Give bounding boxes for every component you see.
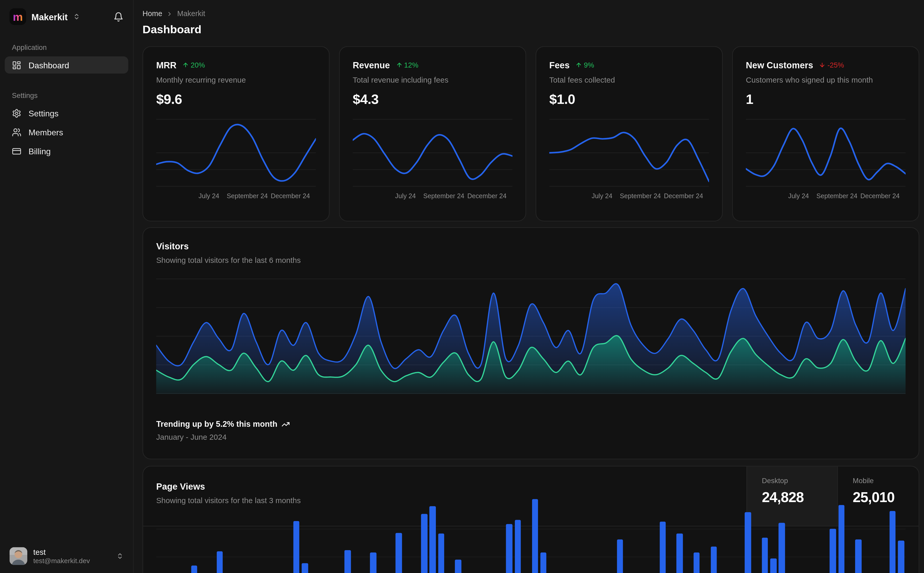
chevron-right-icon: [166, 10, 173, 17]
bar: [506, 524, 513, 573]
sidebar-item-billing[interactable]: Billing: [5, 142, 128, 160]
stat-title: New Customers: [746, 60, 813, 70]
bar: [532, 499, 538, 573]
user-meta: test test@makerkit.dev: [33, 548, 90, 565]
sidebar-header: m Makerkit: [9, 8, 124, 26]
bar: [430, 506, 436, 573]
layout-dashboard-icon: [12, 60, 22, 70]
arrow-up-icon: [396, 62, 402, 68]
toggle-mobile[interactable]: Mobile 25,010: [837, 467, 919, 526]
bar: [438, 534, 444, 573]
x-axis-labels: July 24 September 24 December 24: [746, 192, 906, 200]
x-axis-labels: July 24 September 24 December 24: [156, 192, 316, 200]
bar: [344, 550, 351, 573]
bar: [676, 534, 683, 573]
bar: [421, 514, 427, 573]
bar: [302, 563, 308, 573]
stat-value: 1: [746, 91, 906, 108]
trending-up-icon: [281, 420, 290, 428]
arrow-down-icon: [819, 62, 825, 68]
visitors-card: Visitors Showing total visitors for the …: [143, 227, 919, 459]
trend-badge: -25%: [819, 61, 844, 69]
sidebar-item-members[interactable]: Members: [5, 124, 128, 141]
sidebar-nav: Application Dashboard Settings Settings …: [9, 25, 124, 161]
breadcrumb-current: Makerkit: [177, 9, 206, 18]
bar: [889, 511, 896, 573]
visitors-period: January - June 2024: [156, 433, 290, 441]
bar: [711, 546, 717, 573]
bar: [838, 505, 844, 573]
bar: [515, 520, 521, 573]
breadcrumb-home-link[interactable]: Home: [143, 9, 162, 18]
bar: [659, 521, 666, 573]
trend-badge: 20%: [182, 61, 205, 69]
sidebar-item-label: Settings: [28, 108, 59, 118]
arrow-up-icon: [182, 62, 189, 68]
user-menu-selector-icon[interactable]: [116, 553, 124, 559]
bar: [455, 559, 461, 573]
bar: [370, 553, 376, 573]
stat-value: $4.3: [353, 91, 513, 108]
dashboard-app: m Makerkit Application Dashboard Setting…: [0, 0, 924, 573]
sidebar-item-dashboard[interactable]: Dashboard: [5, 56, 128, 74]
visitors-trend-text: Trending up by 5.2% this month: [156, 420, 277, 428]
x-axis-labels: July 24 September 24 December 24: [353, 192, 513, 200]
page-views-card: Page Views Showing total visitors for th…: [143, 466, 919, 573]
stat-description: Total fees collected: [549, 75, 709, 84]
desktop-label: Desktop: [762, 477, 837, 485]
visitors-subtitle: Showing total visitors for the last 6 mo…: [156, 256, 905, 265]
user-email: test@makerkit.dev: [33, 556, 90, 565]
sidebar-item-settings[interactable]: Settings: [5, 105, 128, 122]
stat-description: Monthly recurring revenue: [156, 75, 316, 84]
page-views-title: Page Views: [156, 481, 734, 492]
brand-logo-letter: m: [13, 11, 23, 22]
bar: [540, 553, 547, 573]
bar: [830, 529, 836, 573]
bar: [779, 523, 785, 573]
trend-badge: 12%: [396, 61, 419, 69]
workspace-name: Makerkit: [31, 12, 67, 22]
fees-sparkline-chart: [549, 119, 709, 187]
page-views-bar-chart: [156, 529, 905, 573]
stat-value: $9.6: [156, 91, 316, 108]
sidebar-item-label: Members: [28, 127, 63, 137]
workspace-selector-icon[interactable]: [73, 13, 80, 20]
bar: [217, 551, 223, 573]
bar: [898, 540, 904, 573]
bar: [395, 533, 402, 573]
sidebar-section-settings: Settings: [9, 91, 124, 100]
user-menu[interactable]: test test@makerkit.dev: [9, 547, 124, 565]
breadcrumb: Home Makerkit: [143, 9, 919, 18]
new-customers-sparkline-chart: [746, 119, 906, 187]
bar: [293, 521, 300, 573]
visitors-area-chart: [156, 279, 905, 394]
bar: [855, 540, 861, 573]
bar: [762, 538, 768, 573]
stat-card-new-customers: New Customers -25% Customers who signed …: [732, 46, 919, 221]
sidebar-item-label: Dashboard: [28, 60, 69, 70]
bar: [770, 559, 777, 573]
mobile-label: Mobile: [853, 477, 919, 485]
bar: [191, 565, 197, 573]
sidebar: m Makerkit Application Dashboard Setting…: [0, 0, 133, 573]
brand-logo[interactable]: m: [9, 8, 26, 25]
stat-card-fees: Fees 9% Total fees collected $1.0 July 2…: [536, 46, 723, 221]
stat-title: MRR: [156, 60, 176, 70]
toggle-desktop[interactable]: Desktop 24,828: [747, 467, 838, 526]
bar: [693, 553, 700, 573]
stat-card-revenue: Revenue 12% Total revenue including fees…: [339, 46, 526, 221]
bar: [617, 540, 623, 573]
user-name: test: [33, 548, 90, 556]
stat-title: Fees: [549, 60, 569, 70]
revenue-sparkline-chart: [353, 119, 513, 187]
x-axis-labels: July 24 September 24 December 24: [549, 192, 709, 200]
settings-gear-icon: [12, 108, 22, 118]
visitors-footer: Trending up by 5.2% this month January -…: [156, 420, 290, 441]
stat-card-mrr: MRR 20% Monthly recurring revenue $9.6 J…: [143, 46, 329, 221]
notifications-bell-icon[interactable]: [113, 12, 124, 22]
desktop-value: 24,828: [762, 489, 837, 506]
users-icon: [12, 127, 22, 137]
stat-description: Total revenue including fees: [353, 75, 513, 84]
visitors-title: Visitors: [156, 241, 905, 251]
mrr-sparkline-chart: [156, 119, 316, 187]
